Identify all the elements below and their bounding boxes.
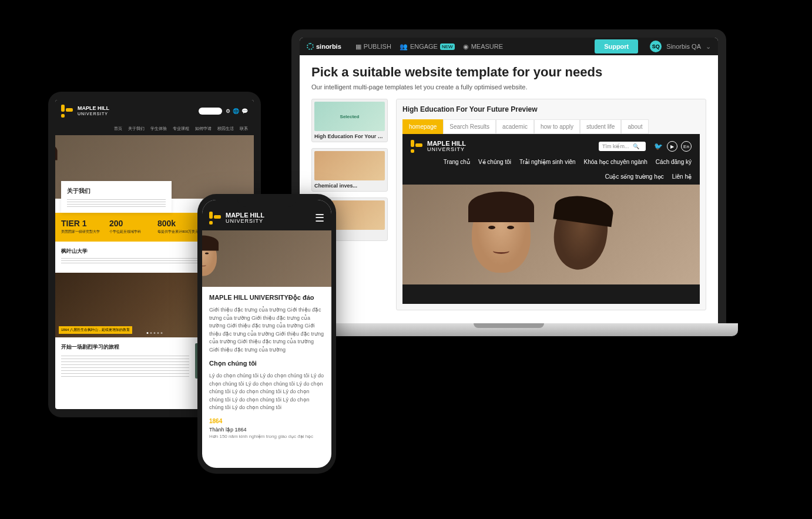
phone-content: MAPLE HILL UNIVERSITYĐộc đáo Giới thiệu … xyxy=(202,287,331,468)
preview-title: High Education For Your Future Preview xyxy=(402,105,700,113)
nav-item[interactable]: 专业课程 xyxy=(173,126,189,132)
content-heading: MAPLE HILL UNIVERSITYĐộc đáo xyxy=(209,294,324,302)
year-sub: Hơn 150 năm kinh nghiệm trong giáo dục đ… xyxy=(209,434,324,439)
search-icon: 🔍 xyxy=(633,143,639,149)
globe-icon[interactable]: 🌐 xyxy=(233,108,239,114)
content-paragraph: Lý do chọn chúng tôi Lý do chọn chúng tô… xyxy=(209,372,324,412)
site-logo[interactable]: MAPLE HILLUNIVERSITY xyxy=(411,140,466,153)
phone-header: MAPLE HILLUNIVERSITY ☰ xyxy=(202,200,331,230)
menu-icon[interactable]: ☰ xyxy=(315,212,324,225)
tab-homepage[interactable]: homepage xyxy=(402,119,443,134)
nav-item[interactable]: 如何申请 xyxy=(195,126,212,132)
logo-mark-icon xyxy=(61,105,74,118)
tab-search-results[interactable]: Search Results xyxy=(443,119,496,134)
nav-item[interactable]: 学生体验 xyxy=(150,126,167,132)
year-label: Thành lập 1864 xyxy=(209,427,324,433)
nav-item[interactable]: 校园生活 xyxy=(217,126,234,132)
gear-icon[interactable]: ⚙ xyxy=(226,108,230,114)
user-name: Sinorbis QA xyxy=(666,43,701,50)
nav-engage[interactable]: 👥 ENGAGE NEW xyxy=(400,43,455,51)
search-input[interactable]: Tìm kiếm...🔍 xyxy=(599,142,646,151)
phone-mockup: MAPLE HILLUNIVERSITY ☰ MAPLE HILL UNIVER… xyxy=(197,194,336,474)
nav-item[interactable]: Cuộc sống trường học xyxy=(605,173,664,180)
nav-item[interactable]: Trang chủ xyxy=(444,159,470,165)
template-thumb[interactable]: Chemical inves... xyxy=(311,148,388,192)
template-thumb[interactable]: SelectedHigh Education For Your Future xyxy=(311,99,388,142)
social-icons: 🐦 ▶ En xyxy=(653,141,692,152)
site-logo[interactable]: MAPLE HILLUNIVERSITY xyxy=(61,105,109,118)
about-card: 关于我们 xyxy=(61,181,172,213)
nav-item[interactable]: 联系 xyxy=(240,126,248,132)
brand-text: sinorbis xyxy=(316,43,341,50)
nav-publish[interactable]: ▦ PUBLISH xyxy=(355,43,391,51)
hero-image xyxy=(202,230,331,287)
laptop-mockup: sinorbis ▦ PUBLISH 👥 ENGAGE NEW ◉ MEASUR… xyxy=(280,29,738,359)
chevron-down-icon: ⌄ xyxy=(706,43,711,51)
page-heading: Pick a suitable website template for you… xyxy=(311,65,706,80)
nav-item[interactable]: Về chúng tôi xyxy=(478,159,511,165)
logo-mark-icon xyxy=(209,212,222,225)
site-preview: MAPLE HILLUNIVERSITY Tìm kiếm...🔍 🐦 ▶ En xyxy=(402,134,700,304)
stat-item: 200个学位延至领域学科 xyxy=(109,219,152,236)
nav-item[interactable]: 关于我们 xyxy=(128,126,145,132)
preview-tabs: homepage Search Results academic how to … xyxy=(402,119,700,134)
page-subheading: Our intelligent multi-page templates let… xyxy=(311,83,706,91)
tablet-header: MAPLE HILLUNIVERSITY ⚙🌐💬 xyxy=(55,100,254,122)
main-content: Pick a suitable website template for you… xyxy=(300,55,718,323)
twitter-icon[interactable]: 🐦 xyxy=(653,141,663,152)
wechat-icon[interactable]: 💬 xyxy=(241,108,248,114)
year-highlight: 1864 xyxy=(209,418,324,424)
tab-student-life[interactable]: student life xyxy=(580,119,621,134)
user-menu[interactable]: SQ Sinorbis QA ⌄ xyxy=(650,41,711,52)
app-window: sinorbis ▦ PUBLISH 👥 ENGAGE NEW ◉ MEASUR… xyxy=(300,38,718,323)
template-gallery: SelectedHigh Education For Your Future C… xyxy=(311,99,706,310)
tab-about[interactable]: about xyxy=(621,119,649,134)
avatar: SQ xyxy=(650,41,662,52)
laptop-base xyxy=(280,323,738,336)
template-preview: High Education For Your Future Preview h… xyxy=(396,99,706,310)
hero-image xyxy=(402,185,700,284)
tab-how-to-apply[interactable]: how to apply xyxy=(534,119,580,134)
nav-item[interactable]: Cách đăng ký xyxy=(656,159,692,165)
content-paragraph: Giới thiệu đặc trưng của trường Giới thi… xyxy=(209,306,324,354)
tab-academic[interactable]: academic xyxy=(496,119,534,134)
logo-mark-icon xyxy=(411,140,424,153)
nav-item[interactable]: Liên hệ xyxy=(672,173,692,180)
site-nav: Trang chủ Về chúng tôi Trải nghiệm sinh … xyxy=(402,159,700,185)
brand-icon xyxy=(307,43,314,50)
phone-screen: MAPLE HILLUNIVERSITY ☰ MAPLE HILL UNIVER… xyxy=(202,200,331,468)
nav-item[interactable]: 首页 xyxy=(114,126,122,132)
nav-item[interactable]: Khóa học chuyên ngành xyxy=(584,159,647,165)
youtube-icon[interactable]: ▶ xyxy=(667,141,677,152)
support-button[interactable]: Support xyxy=(595,39,638,53)
stat-item: 800k每提供学金累计800万美元 xyxy=(157,219,200,236)
top-nav: ▦ PUBLISH 👥 ENGAGE NEW ◉ MEASURE xyxy=(355,43,503,51)
search-input[interactable] xyxy=(199,108,222,115)
badge-new: NEW xyxy=(440,43,455,50)
stat-item: TIER 1美国国家一级研究型大学 xyxy=(61,219,103,236)
nav-item[interactable]: Trải nghiệm sinh viên xyxy=(519,159,576,165)
content-subheading: Chọn chúng tôi xyxy=(209,360,324,367)
site-header: MAPLE HILLUNIVERSITY Tìm kiếm...🔍 🐦 ▶ En xyxy=(402,134,700,159)
laptop-bezel: sinorbis ▦ PUBLISH 👥 ENGAGE NEW ◉ MEASUR… xyxy=(291,29,726,323)
app-topbar: sinorbis ▦ PUBLISH 👥 ENGAGE NEW ◉ MEASUR… xyxy=(300,38,718,55)
language-icon[interactable]: En xyxy=(681,141,692,152)
tablet-nav: 首页 关于我们 学生体验 专业课程 如何申请 校园生活 联系 xyxy=(55,122,254,135)
nav-measure[interactable]: ◉ MEASURE xyxy=(463,43,503,51)
brand-logo[interactable]: sinorbis xyxy=(307,43,341,50)
site-logo[interactable]: MAPLE HILLUNIVERSITY xyxy=(209,212,264,225)
